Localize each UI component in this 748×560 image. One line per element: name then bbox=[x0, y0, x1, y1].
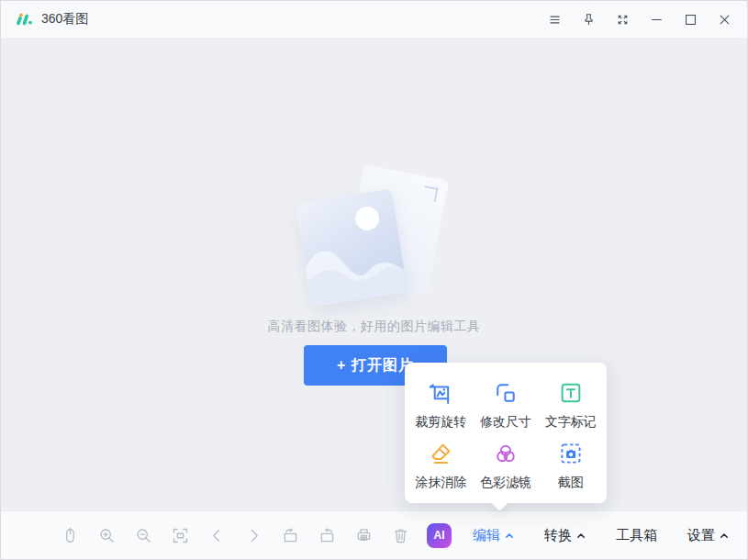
menu-edit[interactable]: 编辑 bbox=[473, 527, 514, 544]
placeholder-image-card bbox=[296, 188, 408, 307]
print-icon[interactable] bbox=[345, 517, 382, 554]
menu-icon[interactable] bbox=[544, 9, 564, 29]
app-window: 360看图 bbox=[0, 0, 748, 560]
popup-item-label: 修改尺寸 bbox=[480, 414, 531, 431]
window-controls bbox=[544, 9, 734, 29]
popup-item-label: 色彩滤镜 bbox=[480, 475, 531, 491]
main-canvas: 高清看图体验，好用的图片编辑工具 + 打开图片 裁剪旋转 修改尺寸 bbox=[1, 38, 747, 510]
pin-icon[interactable] bbox=[578, 9, 598, 29]
text-annotate-icon bbox=[558, 380, 584, 406]
rotate-cw-icon[interactable] bbox=[272, 517, 308, 554]
crop-rotate-icon bbox=[428, 380, 453, 406]
menu-settings-label: 设置 bbox=[687, 527, 715, 544]
close-icon[interactable] bbox=[714, 9, 734, 29]
zoom-out-icon[interactable] bbox=[125, 517, 162, 554]
fullscreen-icon[interactable] bbox=[612, 9, 632, 29]
popup-item-label: 涂抹消除 bbox=[415, 475, 466, 491]
edit-menu-popup: 裁剪旋转 修改尺寸 文字标记 bbox=[405, 363, 607, 503]
popup-item-resize[interactable]: 修改尺寸 bbox=[474, 375, 539, 436]
toolbar-menus: 编辑 转换 工具箱 设置 bbox=[473, 527, 747, 544]
popup-item-color-filter[interactable]: 色彩滤镜 bbox=[474, 436, 539, 497]
popup-item-crop-rotate[interactable]: 裁剪旋转 bbox=[408, 375, 474, 436]
maximize-icon[interactable] bbox=[680, 9, 700, 29]
menu-toolbox[interactable]: 工具箱 bbox=[616, 527, 657, 544]
popup-item-label: 截图 bbox=[558, 475, 584, 491]
app-logo-icon bbox=[14, 9, 34, 29]
resize-icon bbox=[493, 380, 519, 406]
popup-item-text-annotate[interactable]: 文字标记 bbox=[538, 375, 603, 436]
menu-edit-label: 编辑 bbox=[473, 527, 500, 544]
tagline: 高清看图体验，好用的图片编辑工具 bbox=[1, 319, 747, 335]
menu-toolbox-label: 工具箱 bbox=[616, 527, 657, 544]
popup-pointer bbox=[491, 494, 508, 510]
app-title: 360看图 bbox=[41, 11, 88, 28]
next-icon[interactable] bbox=[235, 517, 272, 554]
color-filter-icon bbox=[493, 441, 519, 466]
fit-screen-icon[interactable] bbox=[162, 517, 198, 554]
viewfinder-corner-icon bbox=[422, 185, 439, 202]
menu-convert[interactable]: 转换 bbox=[544, 527, 586, 544]
popup-item-label: 文字标记 bbox=[545, 414, 597, 431]
drag-tool-icon[interactable] bbox=[51, 517, 88, 554]
smudge-erase-icon bbox=[428, 441, 453, 466]
popup-item-screenshot[interactable]: 截图 bbox=[538, 436, 603, 497]
menu-settings[interactable]: 设置 bbox=[687, 527, 729, 544]
image-placeholder-icon bbox=[296, 188, 408, 307]
bottom-toolbar: AI 编辑 转换 工具箱 设置 bbox=[1, 510, 747, 559]
previous-icon[interactable] bbox=[198, 517, 235, 554]
ai-button[interactable]: AI bbox=[427, 523, 452, 548]
chevron-up-icon bbox=[505, 532, 514, 539]
screenshot-icon bbox=[558, 441, 584, 466]
titlebar: 360看图 bbox=[1, 1, 747, 38]
chevron-up-icon bbox=[720, 532, 729, 539]
delete-icon[interactable] bbox=[382, 517, 419, 554]
minimize-icon[interactable] bbox=[646, 9, 666, 29]
chevron-up-icon bbox=[576, 532, 586, 539]
popup-item-label: 裁剪旋转 bbox=[415, 414, 466, 431]
zoom-in-icon[interactable] bbox=[88, 517, 125, 554]
menu-convert-label: 转换 bbox=[544, 527, 572, 544]
popup-item-smudge-erase[interactable]: 涂抹消除 bbox=[408, 436, 474, 497]
rotate-ccw-icon[interactable] bbox=[308, 517, 345, 554]
